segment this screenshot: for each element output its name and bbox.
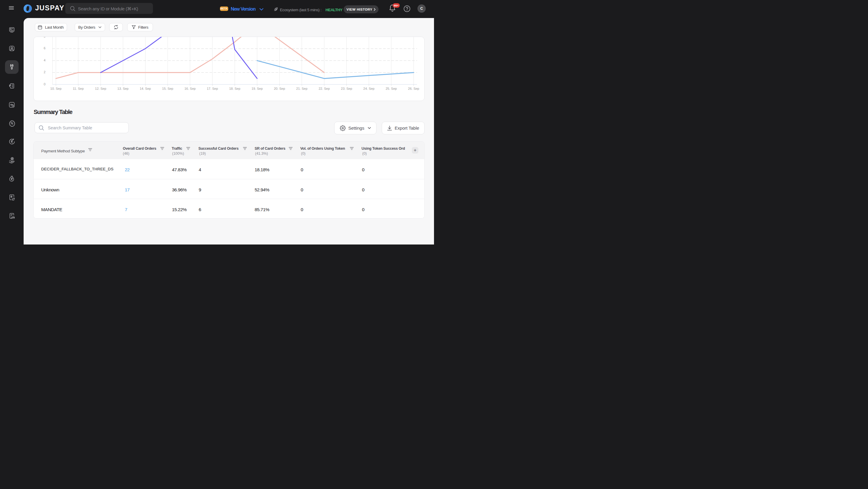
svg-text:8: 8: [43, 37, 45, 38]
svg-text:11. Sep: 11. Sep: [73, 87, 84, 90]
svg-text:20. Sep: 20. Sep: [274, 87, 285, 90]
svg-text:14. Sep: 14. Sep: [140, 87, 151, 90]
svg-text:2: 2: [43, 70, 45, 74]
svg-text:17. Sep: 17. Sep: [207, 87, 218, 90]
svg-text:0: 0: [43, 82, 45, 86]
svg-text:18. Sep: 18. Sep: [229, 87, 240, 90]
svg-text:21. Sep: 21. Sep: [296, 87, 307, 90]
svg-text:23. Sep: 23. Sep: [341, 87, 352, 90]
svg-text:25. Sep: 25. Sep: [385, 87, 397, 90]
svg-text:13. Sep: 13. Sep: [117, 87, 128, 90]
svg-text:15. Sep: 15. Sep: [162, 87, 173, 90]
svg-text:19. Sep: 19. Sep: [251, 87, 262, 90]
svg-text:12. Sep: 12. Sep: [95, 87, 106, 90]
svg-text:24. Sep: 24. Sep: [363, 87, 374, 90]
svg-text:22. Sep: 22. Sep: [318, 87, 330, 90]
svg-text:4: 4: [43, 58, 45, 62]
svg-text:16. Sep: 16. Sep: [184, 87, 195, 90]
svg-text:10. Sep: 10. Sep: [50, 87, 61, 90]
svg-text:6: 6: [43, 47, 45, 50]
svg-text:26. Sep: 26. Sep: [408, 87, 419, 90]
